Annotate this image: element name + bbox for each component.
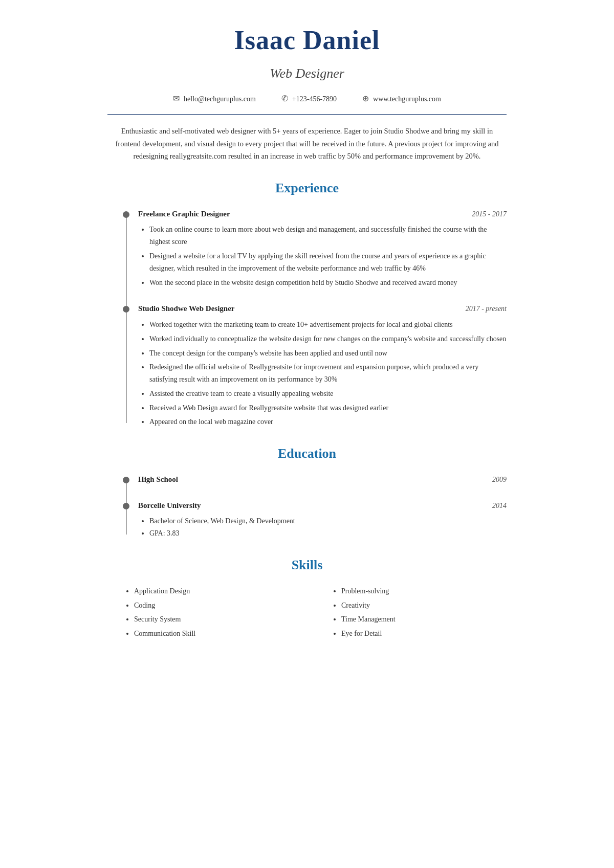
job-bullet: Took an online course to learn more abou…: [149, 224, 507, 248]
skill-item: Communication Skill: [134, 628, 299, 640]
candidate-name: Isaac Daniel: [107, 20, 507, 60]
job-bullets: Worked together with the marketing team …: [138, 319, 507, 428]
skills-left-list: Application DesignCodingSecurity SystemC…: [123, 585, 299, 640]
education-item: High School2009: [123, 474, 507, 485]
header-divider: [107, 114, 507, 115]
skills-section: Application DesignCodingSecurity SystemC…: [107, 585, 507, 642]
school-name: Borcelle University: [138, 500, 201, 511]
edu-details-list: Bachelor of Science, Web Design, & Devel…: [138, 515, 507, 540]
experience-timeline: Freelance Graphic Designer2015 - 2017Too…: [123, 208, 507, 428]
candidate-title: Web Designer: [107, 63, 507, 83]
experience-item: Freelance Graphic Designer2015 - 2017Too…: [123, 208, 507, 288]
job-title: Studio Shodwe Web Designer: [138, 303, 235, 315]
job-bullet: Designed a website for a local TV by app…: [149, 250, 507, 275]
job-date: 2017 - present: [466, 303, 507, 314]
skill-item: Creativity: [341, 599, 507, 612]
job-bullet: Appeared on the local web magazine cover: [149, 416, 507, 428]
education-title: Education: [107, 443, 507, 463]
school-year: 2014: [492, 500, 507, 511]
job-bullet: Redesigned the official website of Reall…: [149, 361, 507, 386]
skills-right-list: Problem-solvingCreativityTime Management…: [330, 585, 507, 640]
job-date: 2015 - 2017: [472, 209, 507, 219]
job-bullet: Worked individually to conceptualize the…: [149, 333, 507, 345]
skill-item: Problem-solving: [341, 585, 507, 597]
website-value: www.techguruplus.com: [373, 94, 441, 104]
skill-item: Security System: [134, 613, 299, 626]
phone-value: +123-456-7890: [292, 94, 337, 104]
school-year: 2009: [492, 474, 507, 485]
website-icon: ⊕: [362, 93, 369, 105]
email-item: ✉ hello@techguruplus.com: [173, 93, 256, 105]
education-section: High School2009Borcelle University2014Ba…: [107, 474, 507, 540]
skills-right-col: Problem-solvingCreativityTime Management…: [330, 585, 507, 642]
skills-title: Skills: [107, 555, 507, 575]
job-bullet: The concept design for the company's web…: [149, 347, 507, 360]
job-bullet: Worked together with the marketing team …: [149, 319, 507, 331]
job-bullets: Took an online course to learn more abou…: [138, 224, 507, 288]
job-bullet: Won the second place in the website desi…: [149, 277, 507, 289]
experience-item: Studio Shodwe Web Designer2017 - present…: [123, 303, 507, 428]
school-name: High School: [138, 474, 178, 485]
skill-item: Coding: [134, 599, 299, 612]
phone-item: ✆ +123-456-7890: [281, 93, 337, 105]
phone-icon: ✆: [281, 93, 288, 105]
skill-item: Time Management: [341, 613, 507, 626]
job-title: Freelance Graphic Designer: [138, 208, 230, 220]
skill-item: Eye for Detail: [341, 628, 507, 640]
email-value: hello@techguruplus.com: [184, 94, 256, 104]
experience-title: Experience: [107, 178, 507, 198]
website-item: ⊕ www.techguruplus.com: [362, 93, 441, 105]
skills-columns: Application DesignCodingSecurity SystemC…: [107, 585, 507, 642]
email-icon: ✉: [173, 93, 180, 105]
skills-left-col: Application DesignCodingSecurity SystemC…: [123, 585, 299, 642]
contact-bar: ✉ hello@techguruplus.com ✆ +123-456-7890…: [107, 93, 507, 105]
edu-detail: Bachelor of Science, Web Design, & Devel…: [149, 515, 507, 527]
skill-item: Application Design: [134, 585, 299, 597]
education-timeline: High School2009Borcelle University2014Ba…: [123, 474, 507, 540]
edu-detail: GPA: 3.83: [149, 527, 507, 540]
summary-text: Enthusiastic and self-motivated web desi…: [107, 125, 507, 163]
education-item: Borcelle University2014Bachelor of Scien…: [123, 500, 507, 540]
job-bullet: Received a Web Design award for Reallygr…: [149, 402, 507, 414]
header: Isaac Daniel Web Designer: [107, 20, 507, 83]
job-bullet: Assisted the creative team to create a v…: [149, 388, 507, 400]
